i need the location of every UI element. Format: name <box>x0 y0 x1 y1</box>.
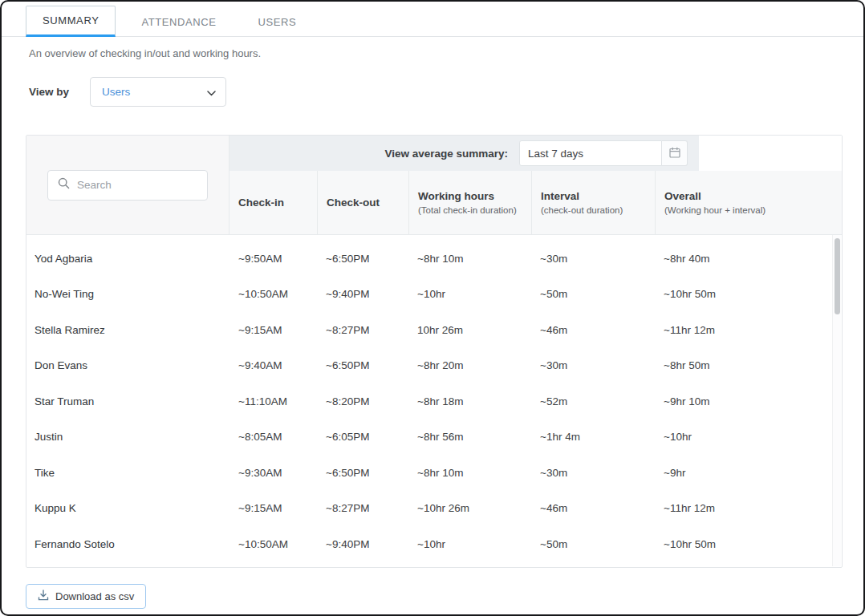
row-overall-cell: ~10hr <box>655 431 842 443</box>
name-column-header <box>26 136 229 234</box>
column-title: Interval <box>541 190 647 202</box>
table-row: Kuppu K ~9:15AM ~8:27PM ~10hr 26m ~46m ~… <box>26 491 842 527</box>
average-summary-row: View average summary: <box>229 136 842 171</box>
table-header: View average summary: Check-i <box>26 136 842 235</box>
average-summary-spacer <box>699 136 842 171</box>
row-checkin-cell: ~11:10AM <box>229 395 317 407</box>
search-box[interactable] <box>47 170 208 201</box>
view-by-label: View by <box>29 86 69 98</box>
row-working-hours-cell: 10hr 26m <box>408 324 531 336</box>
column-subtitle: (check-out duration) <box>541 205 647 215</box>
date-range-input[interactable] <box>519 140 662 166</box>
row-overall-cell: ~8hr 50m <box>655 359 842 371</box>
chevron-down-icon <box>207 85 216 99</box>
column-header: Interval (check-out duration) <box>531 171 655 234</box>
tab-attendance[interactable]: ATTENDANCE <box>125 8 232 36</box>
page-subtitle: An overview of checking in/out and worki… <box>29 47 863 59</box>
download-csv-button[interactable]: Download as csv <box>26 584 146 609</box>
table-row: Don Evans ~9:40AM ~6:50PM ~8hr 20m ~30m … <box>26 348 842 384</box>
row-name-cell: Don Evans <box>26 359 229 371</box>
column-header: Check-in <box>229 171 317 234</box>
row-checkout-cell: ~6:05PM <box>317 431 408 443</box>
row-interval-cell: ~30m <box>531 253 655 265</box>
row-checkout-cell: ~6:50PM <box>317 253 408 265</box>
tab-summary[interactable]: SUMMARY <box>26 6 116 37</box>
row-checkin-cell: ~9:15AM <box>229 502 317 514</box>
table-row: Justin ~8:05AM ~6:05PM ~8hr 56m ~1hr 4m … <box>26 419 842 456</box>
row-overall-cell: ~11hr 12m <box>655 502 842 514</box>
date-range-control <box>519 140 688 166</box>
row-name-cell: Yod Agbaria <box>26 253 229 265</box>
column-subtitle: (Total check-in duration) <box>418 205 523 215</box>
row-overall-cell: ~9hr 10m <box>655 395 842 407</box>
row-checkout-cell: ~6:50PM <box>317 467 408 479</box>
column-header: Check-out <box>317 171 408 234</box>
row-checkin-cell: ~9:30AM <box>229 467 317 479</box>
row-overall-cell: ~10hr 50m <box>655 288 842 300</box>
calendar-icon <box>669 147 680 160</box>
row-name-cell: No-Wei Ting <box>26 288 229 300</box>
column-title: Overall <box>664 190 834 202</box>
column-subtitle: (Working hour + interval) <box>664 205 834 215</box>
row-checkout-cell: ~6:50PM <box>317 359 408 371</box>
row-checkout-cell: ~9:40PM <box>317 288 408 300</box>
row-interval-cell: ~52m <box>531 395 655 407</box>
row-checkout-cell: ~8:27PM <box>317 502 408 514</box>
row-overall-cell: ~10hr 50m <box>655 538 842 550</box>
table-row: No-Wei Ting ~10:50AM ~9:40PM ~10hr ~50m … <box>26 277 842 313</box>
table-scrollbar[interactable] <box>832 235 841 566</box>
row-interval-cell: ~46m <box>531 324 655 336</box>
row-working-hours-cell: ~8hr 56m <box>408 431 531 443</box>
calendar-button[interactable] <box>662 140 688 166</box>
search-input[interactable] <box>77 179 197 191</box>
row-checkout-cell: ~9:40PM <box>317 538 408 550</box>
tab-users[interactable]: USERS <box>242 8 313 36</box>
row-working-hours-cell: ~8hr 10m <box>408 253 531 265</box>
row-checkin-cell: ~9:15AM <box>229 324 317 336</box>
row-name-cell: Stella Ramirez <box>26 324 229 336</box>
table-row: Tike ~9:30AM ~6:50PM ~8hr 10m ~30m ~9hr <box>26 455 842 491</box>
row-working-hours-cell: ~10hr <box>408 288 531 300</box>
row-checkout-cell: ~8:20PM <box>317 395 408 407</box>
average-summary-label: View average summary: <box>384 148 508 160</box>
row-overall-cell: ~8hr 40m <box>655 253 842 265</box>
row-checkin-cell: ~10:50AM <box>229 538 317 550</box>
row-interval-cell: ~50m <box>531 538 655 550</box>
row-checkin-cell: ~9:50AM <box>229 253 317 265</box>
column-header: Overall (Working hour + interval) <box>655 171 842 234</box>
column-title: Check-in <box>238 197 309 209</box>
row-checkout-cell: ~8:27PM <box>317 324 408 336</box>
summary-table: View average summary: Check-i <box>26 135 843 568</box>
row-interval-cell: ~50m <box>531 288 655 300</box>
row-name-cell: Kuppu K <box>26 502 229 514</box>
row-name-cell: Star Truman <box>26 395 229 407</box>
row-working-hours-cell: ~8hr 18m <box>408 395 531 407</box>
row-checkin-cell: ~10:50AM <box>229 288 317 300</box>
view-by-row: View by Users <box>29 77 863 107</box>
row-overall-cell: ~9hr <box>655 467 842 479</box>
scrollbar-thumb[interactable] <box>835 238 840 314</box>
row-working-hours-cell: ~10hr 26m <box>408 502 531 514</box>
column-headers: Check-in Check-out Working hours (Total … <box>229 171 842 234</box>
row-working-hours-cell: ~10hr <box>408 538 531 550</box>
view-by-value: Users <box>102 86 130 98</box>
column-title: Check-out <box>327 197 400 209</box>
tab-bar: SUMMARY ATTENDANCE USERS <box>2 2 863 37</box>
view-by-select[interactable]: Users <box>90 77 226 107</box>
table-row: Fernando Sotelo ~10:50AM ~9:40PM ~10hr ~… <box>26 526 842 562</box>
row-name-cell: Fernando Sotelo <box>26 538 229 550</box>
row-name-cell: Tike <box>26 467 229 479</box>
row-interval-cell: ~1hr 4m <box>531 431 655 443</box>
row-working-hours-cell: ~8hr 20m <box>408 359 531 371</box>
download-icon <box>38 590 49 603</box>
app-window: SUMMARY ATTENDANCE USERS An overview of … <box>0 0 865 616</box>
column-header: Working hours (Total check-in duration) <box>408 171 531 234</box>
column-title: Working hours <box>418 190 523 202</box>
download-label: Download as csv <box>55 590 134 602</box>
row-overall-cell: ~11hr 12m <box>655 324 842 336</box>
table-row: Yod Agbaria ~9:50AM ~6:50PM ~8hr 10m ~30… <box>26 241 842 277</box>
table-row: Star Truman ~11:10AM ~8:20PM ~8hr 18m ~5… <box>26 383 842 419</box>
average-summary-strip: View average summary: <box>229 136 699 171</box>
row-checkin-cell: ~8:05AM <box>229 431 317 443</box>
search-icon <box>58 177 70 192</box>
